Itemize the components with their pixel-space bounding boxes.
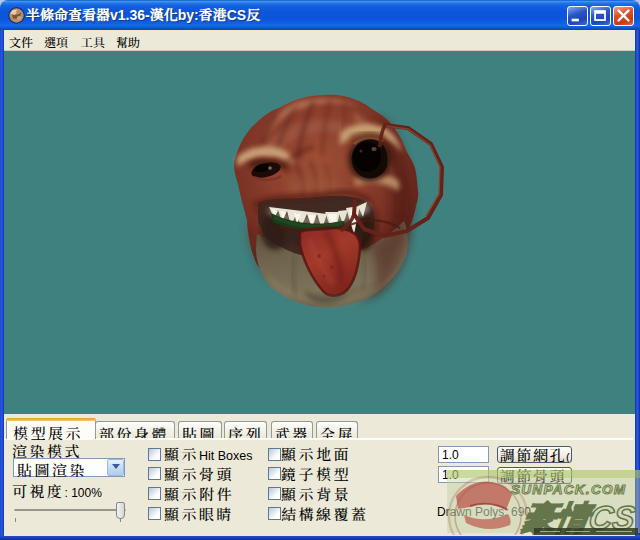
- svg-text:SUNPACK.COM: SUNPACK.COM: [511, 482, 626, 497]
